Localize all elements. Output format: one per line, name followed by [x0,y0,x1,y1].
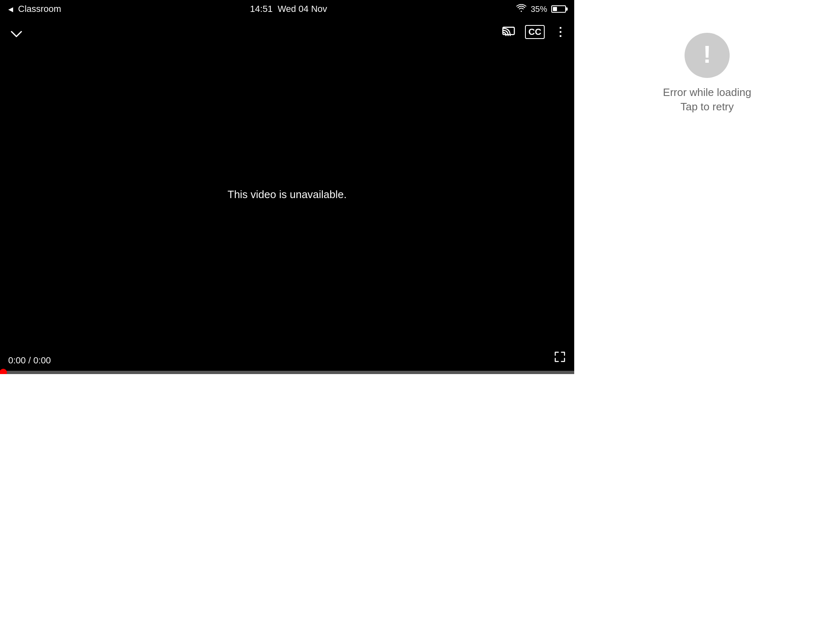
status-bar-right: 35% [516,4,566,14]
error-exclamation-icon: ! [703,42,711,67]
cast-button[interactable] [502,25,515,39]
status-bar: ◂ Classroom 14:51 Wed 04 Nov 35% [0,0,574,18]
back-arrow-icon: ◂ [8,3,13,15]
battery-percent-label: 35% [531,5,547,14]
error-line1: Error while loading [663,86,751,99]
error-panel[interactable]: ! Error while loading Tap to retry [574,0,840,630]
video-unavailable-message: This video is unavailable. [228,188,347,201]
battery-icon [551,5,566,13]
progress-fill [0,371,3,374]
progress-bar[interactable] [0,371,574,374]
video-bottom-controls: 0:00 / 0:00 [0,350,574,371]
status-bar-left: ◂ Classroom [8,3,61,15]
wifi-icon [516,4,527,14]
video-top-right-controls: CC ⋮ [502,25,566,39]
video-top-controls: CC ⋮ [0,18,574,50]
error-icon-circle: ! [685,33,730,78]
time-label: 14:51 [250,4,273,14]
time-display: 0:00 / 0:00 [8,355,51,365]
fullscreen-button[interactable] [554,351,566,366]
more-options-button[interactable]: ⋮ [555,25,566,39]
bottom-area [0,374,574,630]
chevron-down-button[interactable] [8,25,25,43]
battery-fill [553,7,557,11]
error-line2: Tap to retry [680,100,734,113]
date-label: Wed 04 Nov [278,4,327,14]
status-bar-center: 14:51 Wed 04 Nov [61,4,516,14]
app-name-label: Classroom [18,4,61,14]
video-player: CC ⋮ This video is unavailable. 0:00 / 0… [0,18,574,371]
cc-button[interactable]: CC [525,25,545,39]
